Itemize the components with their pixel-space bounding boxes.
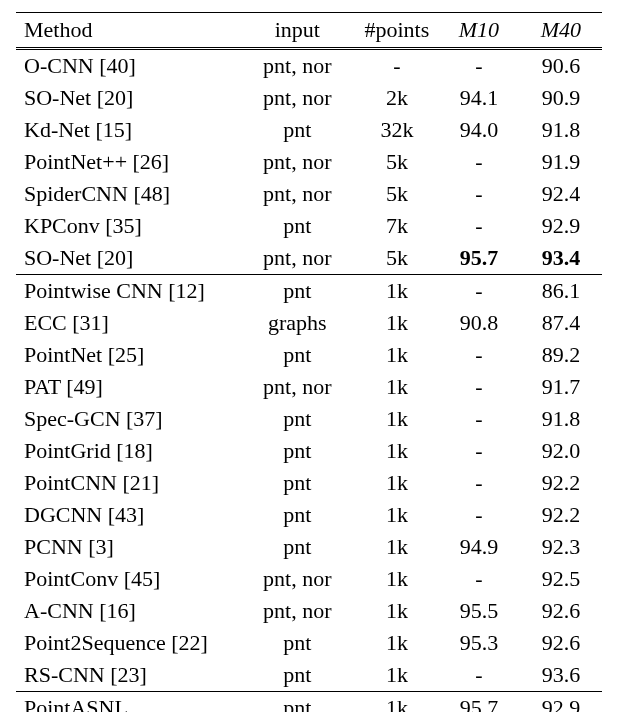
cell-m40: 92.5	[520, 563, 602, 595]
cell-m40: 92.6	[520, 595, 602, 627]
cell-method: Pointwise CNN [12]	[16, 275, 239, 308]
cell-method: A-CNN [16]	[16, 595, 239, 627]
cell-input: pnt	[239, 531, 356, 563]
table-row: PAT [49]pnt, nor1k-91.7	[16, 371, 602, 403]
cell-m40: 91.7	[520, 371, 602, 403]
cell-m40: 87.4	[520, 307, 602, 339]
table-row: PointNet++ [26]pnt, nor5k-91.9	[16, 146, 602, 178]
cell-m40: 93.4	[520, 242, 602, 275]
cell-input: pnt	[239, 499, 356, 531]
cell-input: pnt	[239, 339, 356, 371]
cell-m40: 91.9	[520, 146, 602, 178]
cell-m10: 94.9	[438, 531, 520, 563]
cell-m10: 90.8	[438, 307, 520, 339]
cell-input: pnt, nor	[239, 595, 356, 627]
cell-points: 1k	[356, 467, 438, 499]
cell-points: 32k	[356, 114, 438, 146]
cell-points: 1k	[356, 307, 438, 339]
cell-m40: 92.6	[520, 627, 602, 659]
cell-input: pnt	[239, 435, 356, 467]
cell-m40: 90.6	[520, 50, 602, 82]
table-row: Pointwise CNN [12]pnt1k-86.1	[16, 275, 602, 308]
cell-method: PointGrid [18]	[16, 435, 239, 467]
cell-m10: 94.1	[438, 82, 520, 114]
results-table: Method input #points M10 M40 O-CNN [40]p…	[16, 12, 602, 712]
cell-m40: 92.0	[520, 435, 602, 467]
cell-input: pnt, nor	[239, 146, 356, 178]
cell-input: pnt, nor	[239, 371, 356, 403]
cell-input: pnt	[239, 275, 356, 308]
cell-points: 1k	[356, 435, 438, 467]
table-row: DGCNN [43]pnt1k-92.2	[16, 499, 602, 531]
header-points: #points	[356, 13, 438, 49]
cell-method: O-CNN [40]	[16, 50, 239, 82]
table-row: O-CNN [40]pnt, nor--90.6	[16, 50, 602, 82]
cell-points: 1k	[356, 563, 438, 595]
cell-m40: 93.6	[520, 659, 602, 692]
cell-method: SO-Net [20]	[16, 82, 239, 114]
table-row: PointConv [45]pnt, nor1k-92.5	[16, 563, 602, 595]
table-row: PCNN [3]pnt1k94.992.3	[16, 531, 602, 563]
table-row: RS-CNN [23]pnt1k-93.6	[16, 659, 602, 692]
cell-points: 1k	[356, 499, 438, 531]
cell-m40: 86.1	[520, 275, 602, 308]
cell-m40: 90.9	[520, 82, 602, 114]
table-row: SO-Net [20]pnt, nor2k94.190.9	[16, 82, 602, 114]
cell-m10: -	[438, 659, 520, 692]
cell-m40: 92.3	[520, 531, 602, 563]
cell-m10: 95.3	[438, 627, 520, 659]
cell-points: 1k	[356, 371, 438, 403]
cell-points: 1k	[356, 692, 438, 713]
cell-points: 1k	[356, 339, 438, 371]
cell-points: 2k	[356, 82, 438, 114]
cell-input: pnt, nor	[239, 242, 356, 275]
cell-method: PAT [49]	[16, 371, 239, 403]
cell-method: Kd-Net [15]	[16, 114, 239, 146]
cell-points: 5k	[356, 242, 438, 275]
cell-points: 7k	[356, 210, 438, 242]
cell-m10: 94.0	[438, 114, 520, 146]
cell-m10: -	[438, 50, 520, 82]
cell-m10: 95.7	[438, 242, 520, 275]
cell-method: ECC [31]	[16, 307, 239, 339]
cell-m10: 95.7	[438, 692, 520, 713]
table-row: Kd-Net [15]pnt32k94.091.8	[16, 114, 602, 146]
cell-method: SO-Net [20]	[16, 242, 239, 275]
cell-points: 1k	[356, 627, 438, 659]
header-m10: M10	[438, 13, 520, 49]
cell-m10: -	[438, 499, 520, 531]
cell-m10: 95.5	[438, 595, 520, 627]
cell-points: 1k	[356, 595, 438, 627]
cell-input: pnt, nor	[239, 178, 356, 210]
cell-m40: 91.8	[520, 403, 602, 435]
table-row: PointGrid [18]pnt1k-92.0	[16, 435, 602, 467]
cell-m40: 92.9	[520, 210, 602, 242]
cell-method: PCNN [3]	[16, 531, 239, 563]
cell-input: pnt, nor	[239, 82, 356, 114]
table-row: SO-Net [20]pnt, nor5k95.793.4	[16, 242, 602, 275]
cell-input: pnt	[239, 114, 356, 146]
cell-method: PointASNL	[16, 692, 239, 713]
cell-input: pnt, nor	[239, 563, 356, 595]
cell-m10: -	[438, 435, 520, 467]
cell-points: 1k	[356, 659, 438, 692]
cell-m40: 92.9	[520, 692, 602, 713]
cell-method: RS-CNN [23]	[16, 659, 239, 692]
cell-m40: 92.2	[520, 499, 602, 531]
cell-input: pnt	[239, 692, 356, 713]
cell-input: pnt	[239, 659, 356, 692]
header-method: Method	[16, 13, 239, 49]
cell-points: 5k	[356, 178, 438, 210]
cell-points: 1k	[356, 403, 438, 435]
cell-m10: -	[438, 178, 520, 210]
cell-method: SpiderCNN [48]	[16, 178, 239, 210]
table-row: PointNet [25]pnt1k-89.2	[16, 339, 602, 371]
table-row: ECC [31]graphs1k90.887.4	[16, 307, 602, 339]
cell-points: 1k	[356, 275, 438, 308]
cell-m10: -	[438, 146, 520, 178]
cell-method: PointConv [45]	[16, 563, 239, 595]
cell-method: PointCNN [21]	[16, 467, 239, 499]
table-row: A-CNN [16]pnt, nor1k95.592.6	[16, 595, 602, 627]
cell-m10: -	[438, 210, 520, 242]
cell-input: pnt	[239, 210, 356, 242]
